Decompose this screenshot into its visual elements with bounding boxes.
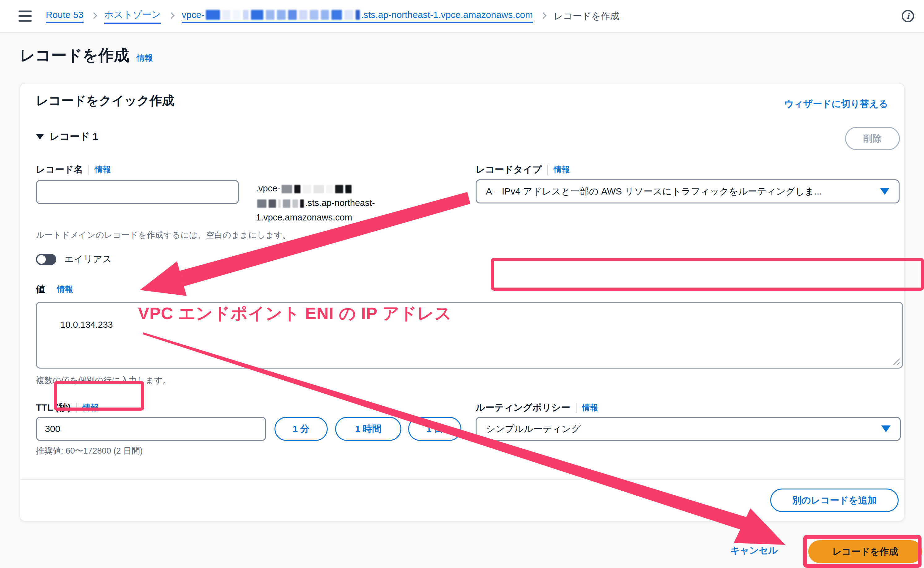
routing-policy-info-link[interactable]: 情報: [582, 402, 598, 413]
routing-policy-value: シンプルルーティング: [486, 423, 580, 435]
delete-record-button[interactable]: 削除: [845, 127, 900, 150]
route53-create-record-page: Route 53 ホストゾーン vpce- .sts.ap-northeast-…: [0, 0, 924, 568]
ttl-1-minute-button[interactable]: 1 分: [274, 417, 328, 441]
routing-policy-label: ルーティングポリシー: [476, 401, 570, 414]
create-record-button[interactable]: レコードを作成: [808, 540, 922, 563]
record-type-label: レコードタイプ: [476, 163, 542, 176]
page-title: レコードを作成: [20, 45, 129, 66]
breadcrumb-hosted-zones[interactable]: ホストゾーン: [104, 8, 161, 24]
ttl-label: TTL (秒): [36, 401, 71, 414]
value-label: 値: [36, 283, 45, 296]
record-domain-suffix: .vpce- .sts.ap-northeast- 1.vpce.amazona…: [256, 181, 375, 225]
record-name-label: レコード名: [36, 163, 83, 176]
record-name-helper: ルートドメインのレコードを作成するには、空白のままにします。: [36, 230, 291, 240]
value-info-link[interactable]: 情報: [57, 284, 73, 295]
chevron-down-icon: [881, 426, 891, 432]
add-another-record-button[interactable]: 別のレコードを追加: [770, 488, 898, 512]
ttl-1-hour-button[interactable]: 1 時間: [335, 417, 401, 441]
hamburger-menu-icon[interactable]: [18, 11, 32, 22]
record-type-info-link[interactable]: 情報: [554, 164, 570, 175]
record-type-value: A – IPv4 アドレスと一部の AWS リソースにトラフィックをルーティング…: [486, 185, 822, 198]
cancel-link[interactable]: キャンセル: [730, 544, 778, 557]
chevron-right-icon: [91, 12, 97, 18]
chevron-down-icon: [880, 188, 889, 195]
top-navigation-bar: Route 53 ホストゾーン vpce- .sts.ap-northeast-…: [0, 0, 924, 33]
ttl-1-day-button[interactable]: 1 日: [408, 417, 461, 441]
annotation-vpc-endpoint-note: VPC エンドポイント ENI の IP アドレス: [138, 302, 452, 325]
alias-label: エイリアス: [64, 253, 112, 266]
breadcrumb-current: レコードを作成: [554, 10, 620, 23]
redacted-domain-part: [282, 185, 351, 193]
page-title-info-link[interactable]: 情報: [137, 53, 153, 63]
record-1-expander[interactable]: レコード 1: [36, 130, 98, 144]
record-name-info-link[interactable]: 情報: [95, 164, 111, 175]
annotation-box-record-type: [491, 258, 924, 291]
redacted-zone-id: [206, 10, 360, 20]
record-type-select[interactable]: A – IPv4 アドレスと一部の AWS リソースにトラフィックをルーティング…: [476, 179, 900, 204]
collapse-triangle-icon: [36, 134, 44, 139]
redacted-domain-part: [257, 199, 304, 208]
switch-to-wizard-link[interactable]: ウィザードに切り替える: [784, 98, 888, 110]
card-footer-divider: [20, 479, 904, 480]
value-text: 10.0.134.233: [61, 320, 113, 329]
breadcrumb-hosted-zone-name[interactable]: vpce- .sts.ap-northeast-1.vpce.amazonaws…: [182, 10, 533, 23]
zone-name-suffix: .sts.ap-northeast-1.vpce.amazonaws.com: [361, 10, 533, 20]
breadcrumb-route53[interactable]: Route 53: [46, 10, 83, 23]
resize-handle-icon[interactable]: [892, 358, 900, 365]
ttl-helper: 推奨値: 60〜172800 (2 日間): [36, 445, 142, 456]
value-helper: 複数の値を個別の行に入力します。: [36, 375, 171, 386]
toggle-knob: [37, 255, 46, 264]
info-panel-icon[interactable]: i: [902, 10, 914, 22]
chevron-right-icon: [168, 12, 174, 18]
ttl-info-link[interactable]: 情報: [83, 402, 99, 413]
record-section-title: レコード 1: [50, 130, 98, 144]
alias-toggle[interactable]: [36, 254, 56, 265]
card-title: レコードをクイック作成: [36, 92, 174, 109]
chevron-right-icon: [540, 12, 547, 18]
record-name-input[interactable]: [36, 180, 239, 204]
ttl-input[interactable]: 300: [36, 417, 266, 441]
breadcrumb: Route 53 ホストゾーン vpce- .sts.ap-northeast-…: [46, 8, 620, 24]
routing-policy-select[interactable]: シンプルルーティング: [476, 417, 901, 441]
zone-name-prefix: vpce-: [182, 10, 204, 20]
